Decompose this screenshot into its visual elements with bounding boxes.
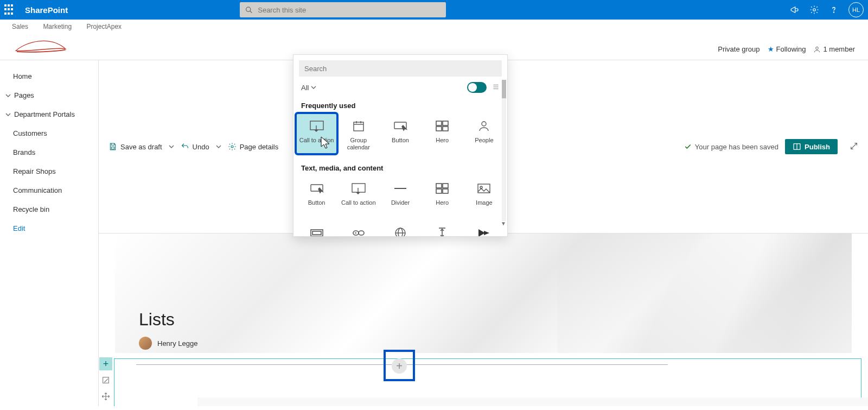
chevron-down-icon: [5, 93, 11, 98]
webpart-peek-3[interactable]: [380, 221, 420, 236]
nav-home[interactable]: Home: [10, 67, 98, 86]
nav-customers[interactable]: Customers: [10, 124, 98, 143]
hublink-marketing[interactable]: Marketing: [43, 23, 72, 30]
svg-rect-32: [436, 184, 442, 188]
page-header[interactable]: Lists Henry Legge: [115, 234, 852, 353]
layout-icon: [310, 225, 324, 236]
list-view-icon[interactable]: [492, 83, 500, 92]
nav-recycle-bin[interactable]: Recycle bin: [10, 200, 98, 219]
calendar-icon: [352, 118, 365, 134]
page-details-button[interactable]: Page details: [228, 142, 279, 151]
webpart-people[interactable]: People: [464, 114, 504, 153]
following-label: Following: [776, 45, 806, 53]
undo-chevron[interactable]: [216, 144, 221, 149]
webpart-group-calendar[interactable]: Group calendar: [339, 114, 378, 153]
members-label: 1 member: [823, 45, 855, 53]
following-button[interactable]: ★ Following: [768, 45, 806, 53]
site-logo[interactable]: [12, 33, 69, 56]
svg-rect-15: [310, 121, 323, 130]
megaphone-icon[interactable]: [790, 5, 800, 15]
webpart-divider[interactable]: Divider: [380, 176, 420, 216]
webpart-label: People: [475, 137, 493, 144]
nav-brands[interactable]: Brands: [10, 143, 98, 162]
nav-pages[interactable]: Pages: [2, 86, 98, 105]
nav-communication[interactable]: Communication: [10, 181, 98, 200]
hublink-sales[interactable]: Sales: [12, 23, 28, 30]
svg-point-2: [813, 9, 816, 11]
webpart-call-to-action-2[interactable]: Call to action: [339, 176, 378, 216]
toolbox-section-title-2: Text, media, and content: [293, 159, 507, 174]
add-webpart-button[interactable]: +: [392, 358, 407, 374]
view-toggle[interactable]: [467, 82, 487, 93]
publish-button[interactable]: Publish: [785, 139, 838, 154]
edit-section-icon[interactable]: [101, 376, 110, 387]
scroll-down-icon[interactable]: ▼: [501, 220, 506, 226]
hublink-projectapex[interactable]: ProjectApex: [86, 23, 122, 30]
webpart-label: Hero: [436, 137, 449, 144]
nav-repair-shops[interactable]: Repair Shops: [10, 162, 98, 181]
nav-edit[interactable]: Edit: [10, 219, 98, 238]
svg-rect-25: [443, 121, 448, 125]
webpart-label: Divider: [391, 199, 410, 206]
toolbox-search[interactable]: [299, 60, 502, 77]
global-search[interactable]: [240, 2, 446, 17]
hero-icon: [436, 181, 449, 196]
toolbox-search-input[interactable]: [304, 65, 496, 73]
page-title[interactable]: Lists: [139, 310, 175, 330]
nav-label: Edit: [13, 224, 25, 232]
nav-label: Customers: [13, 129, 47, 137]
user-avatar[interactable]: HL: [848, 2, 864, 17]
person-icon: [813, 46, 821, 53]
hub-links: Sales Marketing ProjectApex: [0, 20, 868, 30]
check-icon: [684, 143, 692, 150]
page-author: Henry Legge: [139, 337, 197, 350]
privacy-label: Private group: [718, 45, 760, 53]
svg-rect-35: [443, 189, 448, 193]
nav-label: Recycle bin: [13, 205, 49, 213]
page-canvas: Lists Henry Legge +: [99, 234, 868, 406]
undo-label: Undo: [193, 143, 209, 151]
save-draft-button[interactable]: Save as draft: [108, 142, 162, 151]
webpart-peek-2[interactable]: [339, 221, 378, 236]
webpart-peek-1[interactable]: [297, 221, 336, 236]
webpart-label: Call to action: [341, 199, 376, 206]
expand-button[interactable]: [850, 142, 858, 152]
svg-point-0: [246, 7, 251, 11]
webpart-peek-5[interactable]: [464, 221, 504, 236]
search-input[interactable]: [258, 6, 441, 14]
svg-point-4: [816, 47, 819, 49]
webpart-button[interactable]: Button: [380, 114, 420, 153]
help-icon[interactable]: [829, 5, 839, 15]
save-label: Save as draft: [120, 143, 162, 151]
chevron-down-icon: [216, 144, 221, 149]
webpart-button-2[interactable]: Button: [297, 176, 336, 216]
save-chevron[interactable]: [169, 144, 174, 149]
toolbox-filter-all[interactable]: All: [301, 84, 316, 92]
webpart-call-to-action[interactable]: Call to action: [297, 114, 336, 153]
horizontal-scrollbar[interactable]: ▶: [197, 398, 868, 406]
members-button[interactable]: 1 member: [813, 45, 855, 53]
nav-label: Brands: [13, 148, 35, 156]
webpart-hero-2[interactable]: Hero: [423, 176, 462, 216]
nav-department-portals[interactable]: Department Portals: [2, 105, 98, 124]
add-section-button[interactable]: +: [99, 357, 112, 370]
webpart-image[interactable]: Image: [464, 176, 504, 216]
undo-button[interactable]: Undo: [181, 142, 209, 151]
hero-icon: [436, 118, 449, 134]
webpart-label: Group calendar: [347, 137, 370, 150]
app-launcher-icon[interactable]: [4, 4, 15, 15]
image-icon: [477, 181, 491, 196]
button-icon: [310, 181, 324, 196]
webpart-hero[interactable]: Hero: [423, 114, 462, 153]
brand-label: SharePoint: [25, 5, 68, 15]
webpart-peek-4[interactable]: [423, 221, 462, 236]
webpart-label: Call to action: [299, 137, 334, 144]
gear-icon[interactable]: [809, 5, 819, 15]
move-section-icon[interactable]: [101, 392, 110, 403]
nav-label: Repair Shops: [13, 167, 56, 175]
site-status-row: Private group ★ Following 1 member: [697, 42, 868, 56]
svg-rect-30: [352, 184, 365, 192]
toolbox-scrollbar[interactable]: ▼: [502, 80, 506, 221]
svg-point-3: [833, 12, 834, 12]
webpart-label: Button: [392, 137, 409, 144]
